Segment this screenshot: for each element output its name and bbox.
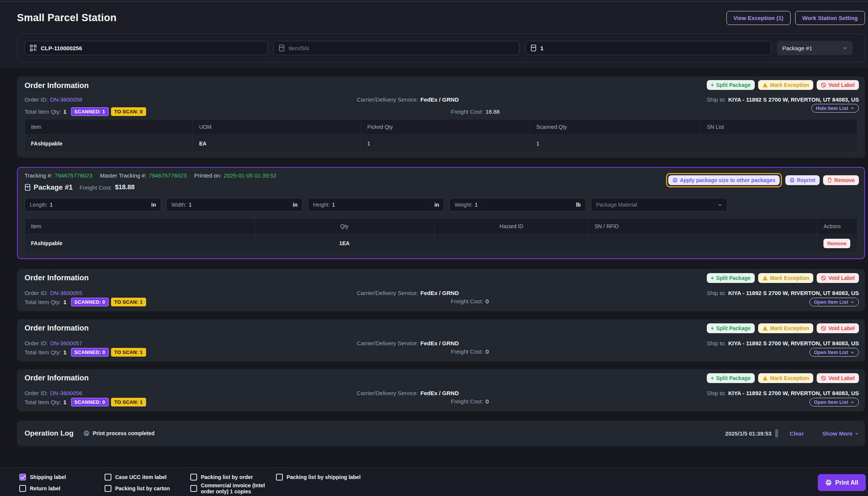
split-package-button[interactable]: + Split Package	[707, 323, 755, 333]
ship-to-line: Ship to: KIYA - 11892 S 2700 W, RIVERTON…	[707, 96, 859, 103]
length-field[interactable]: Length: in	[25, 198, 161, 212]
plus-icon: +	[711, 275, 714, 281]
checkbox-return-label: Return label	[19, 485, 105, 492]
package-actions: Apply package size to other packages Rep…	[666, 173, 859, 187]
order-id-line: Order ID: DN-3600055	[25, 290, 82, 296]
chevron-down-icon	[850, 350, 854, 354]
log-scrollbar-thumb[interactable]	[775, 429, 778, 437]
void-label-button[interactable]: Void Label	[817, 373, 859, 383]
void-label-button[interactable]: Void Label	[817, 273, 859, 283]
void-icon	[821, 326, 826, 331]
clear-log-button[interactable]: Clear	[789, 430, 804, 437]
height-input[interactable]	[332, 202, 355, 208]
height-field[interactable]: Height: in	[308, 198, 444, 212]
package-name: Package #1	[34, 183, 73, 192]
qty-input[interactable]	[540, 45, 766, 51]
work-station-setting-button[interactable]: Work Station Setting	[795, 11, 865, 25]
void-label-button[interactable]: Void Label	[817, 80, 859, 90]
void-icon	[821, 82, 826, 88]
checkbox[interactable]	[105, 485, 111, 492]
checkbox-packing-list-by-order: Packing list by order	[190, 473, 276, 481]
ship-to-line: Ship to: KIYA - 11892 S 2700 W, RIVERTON…	[707, 390, 859, 396]
ship-to-line: Ship to: KIYA - 11892 S 2700 W, RIVERTON…	[707, 290, 859, 296]
width-field[interactable]: Width: in	[166, 198, 303, 212]
order-id-link[interactable]: DN-3600056	[50, 390, 82, 396]
to-scan-badge: TO SCAN: 0	[111, 107, 146, 116]
show-more-button[interactable]: Show More	[822, 430, 859, 437]
checkbox[interactable]	[276, 474, 283, 481]
package-select[interactable]: Package #1	[777, 41, 853, 55]
weight-field[interactable]: Weight: lb	[449, 198, 586, 212]
order-actions: + Split Package Mark Exception Void Labe…	[707, 80, 859, 90]
printer-icon	[672, 178, 678, 183]
freight-line: Freight Cost: 0	[451, 298, 489, 304]
tracking-number: 794675776023	[55, 172, 93, 179]
log-entry: Print process completed	[83, 430, 154, 436]
plus-icon: +	[711, 375, 714, 381]
reprint-button[interactable]: Reprint	[785, 175, 820, 185]
print-all-button[interactable]: Print All	[818, 474, 866, 491]
order-actions: + Split Package Mark Exception Void Labe…	[707, 373, 859, 383]
order-id-line: Order ID: DN-3600056	[25, 390, 82, 396]
open-item-list-button[interactable]: Open Item List	[809, 398, 859, 406]
checkbox[interactable]	[19, 485, 26, 492]
divider	[814, 430, 814, 437]
remove-package-button[interactable]: Remove	[823, 175, 859, 185]
length-input[interactable]	[50, 202, 72, 208]
to-scan-badge: TO SCAN: 1	[111, 348, 146, 357]
chevron-down-icon	[718, 202, 722, 207]
mark-exception-button[interactable]: Mark Exception	[758, 80, 813, 90]
item-sn-field[interactable]	[273, 41, 520, 55]
package-card: Tracking #: 794675776023 Master Tracking…	[17, 167, 865, 259]
table-row: FAshippable 1EA Remove	[25, 234, 857, 253]
chevron-up-icon	[850, 106, 854, 110]
remove-item-button[interactable]: Remove	[823, 239, 850, 248]
order-id-link[interactable]: DN-3600055	[50, 290, 82, 296]
order-id-link[interactable]: DN-3600057	[50, 340, 82, 346]
table-header-row: Item Qty Hazard ID SN / RFID Actions	[25, 219, 857, 234]
container-scan-field[interactable]	[24, 41, 268, 55]
table-header-row: Item UOM Picked Qty Scanned Qty SN List	[25, 119, 857, 135]
checkbox-shipping-label: Shipping label	[19, 473, 105, 481]
view-exception-button[interactable]: View Exception (1)	[726, 11, 791, 25]
freight-line: Freight Cost: 0	[451, 348, 489, 355]
open-item-list-button[interactable]: Open Item List	[809, 298, 859, 306]
checkbox[interactable]	[19, 474, 26, 481]
mark-exception-button[interactable]: Mark Exception	[758, 273, 813, 283]
mark-exception-button[interactable]: Mark Exception	[758, 323, 813, 333]
trash-icon	[827, 178, 832, 183]
weight-input[interactable]	[475, 202, 497, 208]
checkbox[interactable]	[190, 474, 197, 481]
order-card-2: Order Information Order ID: DN-3600055 T…	[17, 269, 865, 311]
checkbox-packing-list-by-shipping-label: Packing list by shipping label	[276, 473, 548, 481]
carrier-line: Carrier/Delivery Service: FedEx / GRND	[357, 290, 459, 296]
package-icon	[279, 44, 285, 52]
warning-icon	[762, 275, 768, 281]
open-item-list-button[interactable]: Open Item List	[809, 348, 859, 357]
order-id-link[interactable]: DN-3600058	[50, 96, 82, 103]
mark-exception-button[interactable]: Mark Exception	[758, 373, 813, 383]
void-label-button[interactable]: Void Label	[817, 323, 859, 333]
warning-icon	[762, 375, 768, 381]
split-package-button[interactable]: + Split Package	[707, 373, 755, 383]
checkbox[interactable]	[190, 485, 197, 492]
print-options-footer: Shipping label Case UCC item label Packi…	[0, 467, 868, 496]
order-id-line: Order ID: DN-3600058	[25, 96, 82, 103]
split-package-button[interactable]: + Split Package	[707, 273, 755, 283]
printer-icon	[83, 430, 89, 436]
package-freight-value: $18.88	[115, 184, 134, 191]
item-sn-input[interactable]	[288, 45, 514, 51]
operation-log-card: Operation Log Print process completed 20…	[17, 420, 865, 446]
hide-item-list-button[interactable]: Hide Item List	[811, 104, 859, 113]
chevron-down-icon	[843, 46, 847, 50]
container-scan-input[interactable]	[41, 45, 262, 51]
package-item-table: Item Qty Hazard ID SN / RFID Actions FAs…	[25, 218, 857, 253]
qty-field[interactable]	[525, 41, 771, 55]
order-card-1: Order Information Order ID: DN-3600058 T…	[17, 76, 865, 158]
width-input[interactable]	[189, 202, 211, 208]
split-package-button[interactable]: + Split Package	[707, 80, 755, 90]
package-material-select[interactable]: Package Material	[591, 198, 728, 212]
apply-package-size-button[interactable]: Apply package size to other packages	[668, 175, 780, 185]
checkbox[interactable]	[105, 474, 111, 481]
floating-action-button[interactable]	[866, 479, 868, 496]
